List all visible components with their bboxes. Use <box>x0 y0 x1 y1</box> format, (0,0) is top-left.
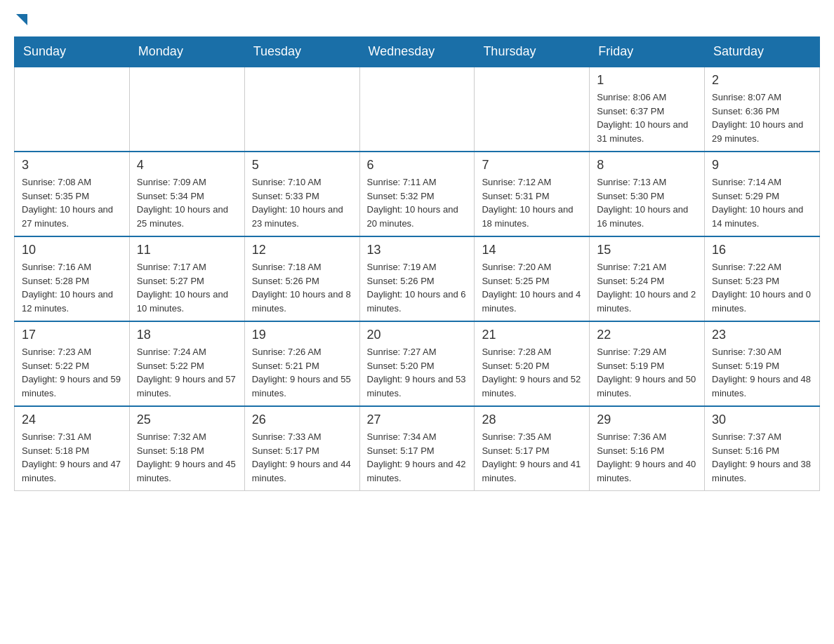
calendar-day-cell: 3 Sunrise: 7:08 AMSunset: 5:35 PMDayligh… <box>15 152 130 236</box>
logo <box>14 14 27 22</box>
day-info: Sunrise: 7:37 AMSunset: 5:16 PMDaylight:… <box>712 430 812 485</box>
day-number: 1 <box>597 73 697 88</box>
calendar-day-cell: 13 Sunrise: 7:19 AMSunset: 5:26 PMDaylig… <box>359 236 475 321</box>
weekday-header: Tuesday <box>244 37 359 67</box>
day-info: Sunrise: 7:16 AMSunset: 5:28 PMDaylight:… <box>22 260 122 315</box>
day-number: 2 <box>712 73 812 88</box>
calendar-day-cell: 16 Sunrise: 7:22 AMSunset: 5:23 PMDaylig… <box>705 236 820 321</box>
day-info: Sunrise: 7:21 AMSunset: 5:24 PMDaylight:… <box>597 260 697 315</box>
day-info: Sunrise: 7:26 AMSunset: 5:21 PMDaylight:… <box>252 345 352 400</box>
day-number: 8 <box>597 158 697 173</box>
day-number: 17 <box>22 328 122 342</box>
calendar-day-cell: 21 Sunrise: 7:28 AMSunset: 5:20 PMDaylig… <box>475 321 590 406</box>
day-info: Sunrise: 7:27 AMSunset: 5:20 PMDaylight:… <box>367 345 468 400</box>
day-number: 24 <box>22 412 122 427</box>
calendar-week-row: 17 Sunrise: 7:23 AMSunset: 5:22 PMDaylig… <box>15 321 820 406</box>
day-number: 29 <box>597 412 697 427</box>
calendar-week-row: 10 Sunrise: 7:16 AMSunset: 5:28 PMDaylig… <box>15 236 820 321</box>
calendar-day-cell: 28 Sunrise: 7:35 AMSunset: 5:17 PMDaylig… <box>475 406 590 491</box>
calendar-day-cell: 1 Sunrise: 8:06 AMSunset: 6:37 PMDayligh… <box>590 67 705 152</box>
day-info: Sunrise: 7:23 AMSunset: 5:22 PMDaylight:… <box>22 345 122 400</box>
day-number: 21 <box>482 328 582 342</box>
day-info: Sunrise: 7:35 AMSunset: 5:17 PMDaylight:… <box>482 430 582 485</box>
weekday-header: Saturday <box>705 37 820 67</box>
logo-general-text <box>14 14 27 25</box>
day-number: 23 <box>712 328 812 342</box>
calendar-week-row: 24 Sunrise: 7:31 AMSunset: 5:18 PMDaylig… <box>15 406 820 491</box>
calendar-day-cell <box>129 67 244 152</box>
day-info: Sunrise: 7:28 AMSunset: 5:20 PMDaylight:… <box>482 345 582 400</box>
day-info: Sunrise: 8:07 AMSunset: 6:36 PMDaylight:… <box>712 90 812 145</box>
day-number: 12 <box>252 243 352 257</box>
page-header <box>14 14 820 22</box>
calendar-header-row: SundayMondayTuesdayWednesdayThursdayFrid… <box>15 37 820 67</box>
calendar-day-cell: 5 Sunrise: 7:10 AMSunset: 5:33 PMDayligh… <box>244 152 359 236</box>
calendar-day-cell: 17 Sunrise: 7:23 AMSunset: 5:22 PMDaylig… <box>15 321 130 406</box>
day-number: 4 <box>137 158 237 173</box>
day-info: Sunrise: 7:29 AMSunset: 5:19 PMDaylight:… <box>597 345 697 400</box>
day-number: 28 <box>482 412 582 427</box>
weekday-header: Wednesday <box>359 37 475 67</box>
day-info: Sunrise: 7:31 AMSunset: 5:18 PMDaylight:… <box>22 430 122 485</box>
calendar-day-cell: 15 Sunrise: 7:21 AMSunset: 5:24 PMDaylig… <box>590 236 705 321</box>
day-info: Sunrise: 7:08 AMSunset: 5:35 PMDaylight:… <box>22 175 122 230</box>
day-number: 14 <box>482 243 582 257</box>
calendar-day-cell: 20 Sunrise: 7:27 AMSunset: 5:20 PMDaylig… <box>359 321 475 406</box>
weekday-header: Thursday <box>475 37 590 67</box>
day-info: Sunrise: 7:20 AMSunset: 5:25 PMDaylight:… <box>482 260 582 315</box>
calendar-day-cell <box>15 67 130 152</box>
day-info: Sunrise: 7:09 AMSunset: 5:34 PMDaylight:… <box>137 175 237 230</box>
day-number: 9 <box>712 158 812 173</box>
calendar-day-cell: 14 Sunrise: 7:20 AMSunset: 5:25 PMDaylig… <box>475 236 590 321</box>
calendar-day-cell <box>359 67 475 152</box>
day-info: Sunrise: 7:11 AMSunset: 5:32 PMDaylight:… <box>367 175 468 230</box>
calendar-day-cell: 24 Sunrise: 7:31 AMSunset: 5:18 PMDaylig… <box>15 406 130 491</box>
weekday-header: Monday <box>129 37 244 67</box>
calendar-day-cell: 23 Sunrise: 7:30 AMSunset: 5:19 PMDaylig… <box>705 321 820 406</box>
calendar-day-cell: 4 Sunrise: 7:09 AMSunset: 5:34 PMDayligh… <box>129 152 244 236</box>
calendar-day-cell: 29 Sunrise: 7:36 AMSunset: 5:16 PMDaylig… <box>590 406 705 491</box>
calendar-table: SundayMondayTuesdayWednesdayThursdayFrid… <box>14 36 820 491</box>
calendar-day-cell: 22 Sunrise: 7:29 AMSunset: 5:19 PMDaylig… <box>590 321 705 406</box>
day-info: Sunrise: 7:14 AMSunset: 5:29 PMDaylight:… <box>712 175 812 230</box>
day-number: 25 <box>137 412 237 427</box>
day-info: Sunrise: 7:17 AMSunset: 5:27 PMDaylight:… <box>137 260 237 315</box>
calendar-week-row: 3 Sunrise: 7:08 AMSunset: 5:35 PMDayligh… <box>15 152 820 236</box>
calendar-day-cell: 26 Sunrise: 7:33 AMSunset: 5:17 PMDaylig… <box>244 406 359 491</box>
logo-arrow-icon <box>16 14 27 25</box>
calendar-day-cell: 19 Sunrise: 7:26 AMSunset: 5:21 PMDaylig… <box>244 321 359 406</box>
day-number: 15 <box>597 243 697 257</box>
calendar-day-cell: 8 Sunrise: 7:13 AMSunset: 5:30 PMDayligh… <box>590 152 705 236</box>
day-number: 13 <box>367 243 468 257</box>
day-info: Sunrise: 7:18 AMSunset: 5:26 PMDaylight:… <box>252 260 352 315</box>
day-info: Sunrise: 7:33 AMSunset: 5:17 PMDaylight:… <box>252 430 352 485</box>
weekday-header: Sunday <box>15 37 130 67</box>
day-number: 5 <box>252 158 352 173</box>
day-info: Sunrise: 7:19 AMSunset: 5:26 PMDaylight:… <box>367 260 468 315</box>
weekday-header: Friday <box>590 37 705 67</box>
day-number: 3 <box>22 158 122 173</box>
day-number: 19 <box>252 328 352 342</box>
day-number: 6 <box>367 158 468 173</box>
day-number: 11 <box>137 243 237 257</box>
calendar-day-cell: 27 Sunrise: 7:34 AMSunset: 5:17 PMDaylig… <box>359 406 475 491</box>
day-number: 20 <box>367 328 468 342</box>
day-info: Sunrise: 7:32 AMSunset: 5:18 PMDaylight:… <box>137 430 237 485</box>
calendar-day-cell: 25 Sunrise: 7:32 AMSunset: 5:18 PMDaylig… <box>129 406 244 491</box>
calendar-day-cell <box>475 67 590 152</box>
day-info: Sunrise: 7:34 AMSunset: 5:17 PMDaylight:… <box>367 430 468 485</box>
day-number: 16 <box>712 243 812 257</box>
day-info: Sunrise: 7:22 AMSunset: 5:23 PMDaylight:… <box>712 260 812 315</box>
day-number: 18 <box>137 328 237 342</box>
day-info: Sunrise: 7:30 AMSunset: 5:19 PMDaylight:… <box>712 345 812 400</box>
day-info: Sunrise: 7:13 AMSunset: 5:30 PMDaylight:… <box>597 175 697 230</box>
day-number: 30 <box>712 412 812 427</box>
day-number: 7 <box>482 158 582 173</box>
calendar-week-row: 1 Sunrise: 8:06 AMSunset: 6:37 PMDayligh… <box>15 67 820 152</box>
day-number: 26 <box>252 412 352 427</box>
day-number: 27 <box>367 412 468 427</box>
day-info: Sunrise: 7:10 AMSunset: 5:33 PMDaylight:… <box>252 175 352 230</box>
day-info: Sunrise: 7:24 AMSunset: 5:22 PMDaylight:… <box>137 345 237 400</box>
calendar-day-cell: 11 Sunrise: 7:17 AMSunset: 5:27 PMDaylig… <box>129 236 244 321</box>
calendar-day-cell: 7 Sunrise: 7:12 AMSunset: 5:31 PMDayligh… <box>475 152 590 236</box>
